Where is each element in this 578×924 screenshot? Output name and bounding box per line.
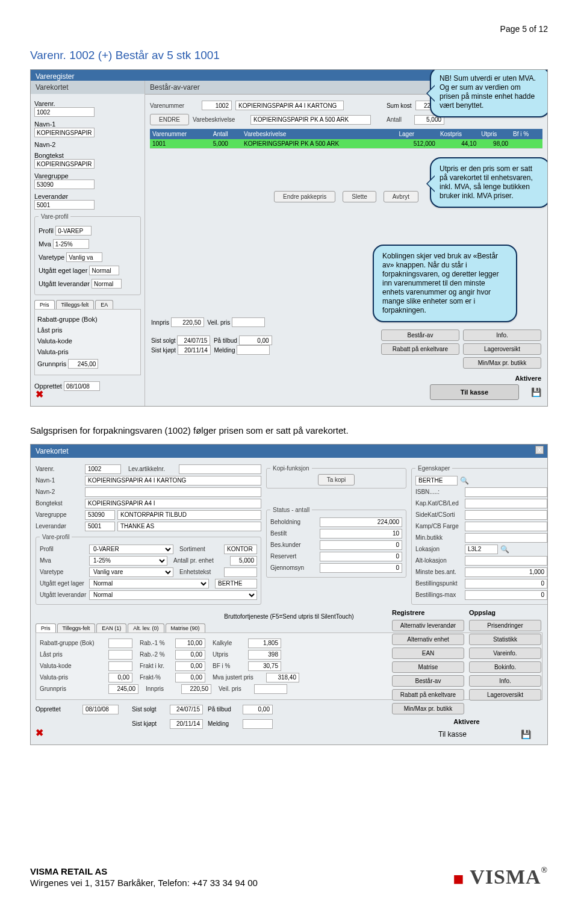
ip-input[interactable] [181,684,211,694]
avbryt-button[interactable]: Avbryt [384,191,418,202]
close-icon[interactable]: ✖ [36,389,43,400]
endre-button[interactable]: ENDRE [150,114,189,125]
et-input[interactable] [224,567,257,577]
reg-btn-0[interactable]: Alternativ leverandør [392,620,464,631]
vg2-input[interactable] [117,510,261,520]
reg-btn-5[interactable]: Rabatt på enkeltvare [392,689,464,701]
reg-btn-2[interactable]: EAN [392,648,464,659]
lok-input[interactable] [465,545,498,554]
tab-matrise[interactable]: Matrise (90) [166,623,205,632]
reg-btn-6[interactable]: Min/Max pr. butikk [392,703,464,714]
minmax-button[interactable]: Min/Max pr. butikk [463,357,541,369]
tab-pris-2[interactable]: Pris [36,623,56,632]
mj-input[interactable] [266,673,299,682]
varebeskrivelse-input[interactable] [250,115,371,125]
slette-button[interactable]: Slette [343,191,376,202]
gp-input[interactable] [68,359,98,369]
lager-button[interactable]: Lageroversikt [463,343,541,355]
opprettet-input[interactable] [64,381,100,391]
egens-berthe[interactable] [415,476,458,485]
tab-ean-2[interactable]: EAN (1) [96,623,126,632]
endre-pakkepris-button[interactable]: Endre pakkepris [274,191,335,202]
sb-varenr-input[interactable] [34,107,95,117]
opps-btn-3[interactable]: Bokinfo. [469,661,541,673]
vpr2-input[interactable] [108,673,132,682]
reg-btn-4[interactable]: Består-av [392,675,464,687]
bp-input[interactable] [465,579,547,588]
navn2-input[interactable] [85,487,261,497]
berthe-input[interactable] [215,579,257,588]
vp-profil-input[interactable] [55,226,92,236]
navn1-input[interactable] [85,476,261,485]
opps-btn-1[interactable]: Statistikk [469,634,541,645]
altlok-input[interactable] [465,556,547,566]
tab-tillegg-2[interactable]: Tilleggs-felt [57,623,96,632]
sb-lev-input[interactable] [34,200,95,210]
bestar-av-button[interactable]: Består-av [381,329,459,341]
tab-pris[interactable]: Pris [34,300,55,309]
close-icon-2[interactable]: ✖ [36,727,43,738]
opps-btn-5[interactable]: Lageroversikt [469,689,541,701]
utp-input[interactable] [248,650,281,660]
profil-select[interactable]: 0-VARER [89,545,173,554]
veil-input[interactable] [232,317,265,327]
ta-kopi-button[interactable]: Ta kopi [318,474,355,485]
sb-navn1-input[interactable] [34,128,95,137]
vp-ulev-input[interactable] [92,279,122,289]
til-kasse-button-2[interactable]: Til kasse [402,728,503,741]
vp-uel-input[interactable] [89,266,119,275]
table-row[interactable]: 1001 5,000 KOPIERINGSPAPIR PK A 500 ARK … [150,139,542,149]
me-input[interactable] [243,719,273,729]
kamp-input[interactable] [465,522,547,531]
kap-input[interactable] [465,499,547,508]
reg-btn-1[interactable]: Alternativ enhet [392,634,464,645]
sb-bong-input[interactable] [34,159,95,169]
ape-input[interactable] [230,556,257,566]
vp-vt-input[interactable] [66,252,102,262]
opps-btn-2[interactable]: Vareinfo. [469,648,541,659]
varenr-input[interactable] [85,464,121,474]
save-icon-2[interactable]: 💾 [521,729,531,739]
search-icon[interactable]: 🔍 [460,476,469,485]
bong-input[interactable] [85,499,261,508]
vg-input[interactable] [85,510,115,520]
rabatt-button[interactable]: Rabatt på enkeltvare [381,343,459,355]
vp-mva-input[interactable] [53,239,89,249]
opps-btn-0[interactable]: Prisendringer [469,620,541,631]
isbn-input[interactable] [465,487,547,497]
rg2-input[interactable] [108,638,132,648]
minb-input[interactable] [465,533,547,543]
sort-input[interactable] [224,545,257,554]
vt-select[interactable]: Vanlig vare [89,567,173,577]
opps-btn-4[interactable]: Info. [469,675,541,687]
varedesc-input[interactable] [235,101,344,110]
bm-input[interactable] [465,590,547,600]
bf-input[interactable] [248,661,281,671]
rab1-input[interactable] [175,638,205,648]
side-input[interactable] [465,510,547,520]
search-icon-2[interactable]: 🔍 [500,545,509,554]
til-kasse-button[interactable]: Til kasse [430,384,519,400]
window-close-icon[interactable]: x [535,446,544,454]
sb-vg-input[interactable] [34,179,95,189]
tab-altlev[interactable]: Alt. lev. (0) [128,623,164,632]
lev2-input[interactable] [85,522,115,531]
kalk-input[interactable] [248,638,281,648]
reg-btn-3[interactable]: Matrise [392,661,464,673]
ulev-select[interactable]: Normal [89,590,257,600]
uel-select[interactable]: Normal [89,579,209,588]
save-icon[interactable]: 💾 [531,387,541,397]
mva-select[interactable]: 1-25% [89,556,167,566]
info-button[interactable]: Info. [463,329,541,341]
melding-input[interactable] [237,345,270,355]
veil2-input[interactable] [254,684,287,694]
lev2b-input[interactable] [117,522,261,531]
levart-input[interactable] [179,464,261,474]
tab-tillegg[interactable]: Tilleggs-felt [56,300,95,309]
varenummer-input[interactable] [202,101,232,110]
fk-input[interactable] [175,661,205,671]
innpris-input[interactable] [171,317,204,327]
tab-ean[interactable]: EA [95,300,113,309]
fp-input[interactable] [175,673,205,682]
lp2-input[interactable] [108,650,132,660]
